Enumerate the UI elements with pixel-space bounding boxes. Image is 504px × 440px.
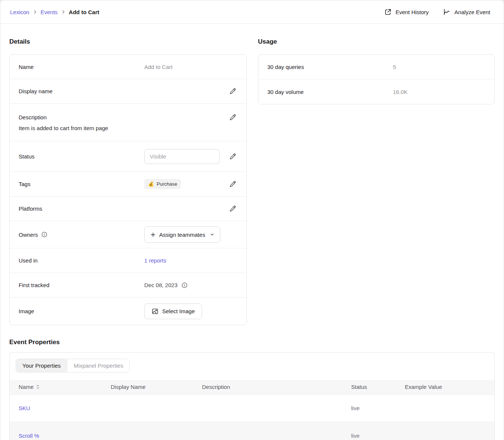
plus-icon (150, 232, 156, 238)
details-card: Name Add to Cart Display name (9, 54, 247, 325)
lexicon-event-page: Lexicon Events Add to Cart Event Histo (0, 0, 504, 440)
usage-column: Usage 30 day queries 5 30 day volume 16.… (258, 38, 495, 104)
info-icon[interactable] (41, 231, 48, 238)
detail-row-tags: Tags 💰 Purchase (10, 172, 246, 197)
edit-platforms-button[interactable] (228, 204, 237, 213)
event-properties-section: Event Properties Your Properties Mixpane… (9, 339, 495, 440)
pencil-icon (229, 87, 237, 95)
assign-teammates-button[interactable]: Assign teammates (144, 226, 220, 243)
property-display-name (102, 394, 193, 422)
pencil-icon (229, 153, 237, 160)
first-tracked-label: First tracked (19, 282, 144, 288)
properties-table: Name Display Name Description (10, 380, 494, 440)
platforms-label: Platforms (19, 205, 144, 212)
detail-row-status: Status (10, 141, 246, 172)
usage-row-volume: 30 day volume 16.0K (258, 79, 494, 104)
queries-label: 30 day queries (267, 64, 393, 70)
owners-label: Owners (19, 232, 38, 238)
table-header-row: Name Display Name Description (10, 380, 494, 394)
name-value: Add to Cart (144, 64, 227, 70)
event-properties-title: Event Properties (9, 339, 495, 346)
detail-row-platforms: Platforms (10, 197, 246, 221)
display-name-label: Display name (19, 88, 144, 94)
edit-status-button[interactable] (228, 152, 237, 161)
detail-row-description: Description Item is added to ca (10, 104, 246, 141)
main-content: Details Name Add to Cart Display name (0, 24, 504, 440)
detail-row-used-in: Used in 1 reports (10, 248, 246, 273)
image-label: Image (19, 308, 144, 314)
property-display-name (102, 422, 193, 440)
edit-description-button[interactable] (228, 113, 237, 122)
money-bag-icon: 💰 (148, 182, 154, 186)
edit-tags-button[interactable] (228, 179, 237, 189)
detail-row-first-tracked: First tracked Dec 08, 2023 (10, 273, 246, 298)
property-example-value (396, 394, 494, 422)
property-description (193, 394, 342, 422)
detail-row-name: Name Add to Cart (10, 55, 246, 79)
usage-row-queries: 30 day queries 5 (258, 55, 494, 79)
properties-tab-group: Your Properties Mixpanel Properties (16, 359, 130, 373)
breadcrumb-current-event: Add to Cart (69, 9, 100, 15)
analyze-event-label: Analyze Event (454, 9, 490, 15)
external-link-icon (384, 8, 392, 16)
event-history-label: Event History (396, 9, 429, 15)
volume-value: 16.0K (393, 89, 475, 95)
property-example-value (396, 422, 494, 440)
breadcrumb-link-events[interactable]: Events (41, 9, 58, 15)
column-header-name[interactable]: Name (19, 384, 34, 390)
status-label: Status (19, 153, 144, 160)
detail-row-owners: Owners (10, 221, 246, 248)
used-in-reports-link[interactable]: 1 reports (144, 257, 166, 264)
chevron-right-icon (33, 10, 37, 14)
details-title: Details (9, 38, 247, 45)
pencil-icon (229, 205, 237, 213)
description-value: Item is added to cart from item page (19, 125, 237, 131)
name-label: Name (19, 64, 144, 70)
tab-mixpanel-properties[interactable]: Mixpanel Properties (67, 359, 130, 372)
top-bar: Lexicon Events Add to Cart Event Histo (0, 0, 504, 24)
image-icon (151, 308, 159, 315)
line-chart-icon (443, 8, 451, 16)
select-image-button[interactable]: Select Image (144, 304, 202, 319)
usage-title: Usage (258, 38, 495, 45)
usage-card: 30 day queries 5 30 day volume 16.0K (258, 54, 495, 104)
info-icon[interactable] (181, 282, 188, 289)
status-input[interactable] (144, 149, 220, 164)
breadcrumb: Lexicon Events Add to Cart (10, 9, 99, 15)
chevron-down-icon (210, 232, 214, 237)
property-status: live (342, 394, 396, 422)
property-row-sku[interactable]: SKU live (10, 394, 494, 422)
volume-label: 30 day volume (267, 89, 393, 95)
event-history-button[interactable]: Event History (384, 8, 429, 16)
detail-row-display-name: Display name (10, 79, 246, 104)
pencil-icon (229, 113, 237, 121)
property-link-scroll-pct[interactable]: Scroll % (19, 433, 39, 439)
event-properties-card: Your Properties Mixpanel Properties Name (9, 352, 495, 440)
property-link-sku[interactable]: SKU (19, 405, 30, 411)
column-header-description: Description (193, 380, 342, 394)
column-header-status: Status (342, 380, 396, 394)
chevron-right-icon (62, 10, 65, 14)
tab-your-properties[interactable]: Your Properties (16, 359, 67, 372)
tag-label: Purchase (157, 181, 177, 187)
property-row-scroll-pct[interactable]: Scroll % live (10, 422, 494, 440)
detail-row-image: Image Select Image (10, 298, 246, 325)
details-column: Details Name Add to Cart Display name (9, 38, 247, 325)
breadcrumb-link-lexicon[interactable]: Lexicon (10, 9, 29, 15)
tags-label: Tags (19, 181, 144, 187)
property-description (193, 422, 342, 440)
tag-chip-purchase[interactable]: 💰 Purchase (144, 179, 181, 189)
used-in-label: Used in (19, 257, 144, 264)
column-header-example-value: Example Value (396, 380, 494, 394)
topbar-actions: Event History Analyze Event (384, 8, 490, 16)
queries-value: 5 (393, 64, 475, 70)
assign-teammates-label: Assign teammates (159, 232, 205, 238)
pencil-icon (229, 180, 237, 188)
description-label: Description (19, 114, 47, 120)
analyze-event-button[interactable]: Analyze Event (443, 8, 490, 16)
edit-display-name-button[interactable] (228, 87, 237, 96)
property-status: live (342, 422, 396, 440)
select-image-label: Select Image (162, 308, 195, 314)
column-header-display-name: Display Name (102, 380, 193, 394)
sort-icon[interactable] (36, 384, 40, 389)
